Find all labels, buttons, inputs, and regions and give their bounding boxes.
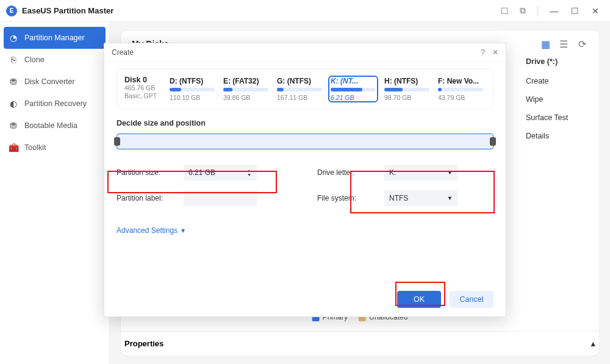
size-slider[interactable]	[117, 134, 493, 149]
partition-name: K: (NT...	[331, 77, 376, 85]
partition-usage-bar	[331, 88, 376, 91]
cancel-button[interactable]: Cancel	[450, 291, 493, 308]
disk-name: Disk 0	[124, 76, 163, 84]
partition-size: 6.21 GB	[331, 94, 376, 101]
dialog-help-button[interactable]: ?	[481, 48, 485, 57]
partition-tile[interactable]: F: New Vo...43.79 GB	[436, 76, 486, 102]
partition-usage-bar	[438, 88, 483, 91]
advanced-settings-link[interactable]: Advanced Settings ▾	[117, 226, 293, 235]
partition-name: D: (NTFS)	[170, 77, 215, 85]
decide-heading: Decide size and position	[117, 119, 493, 127]
slider-handle-right[interactable]	[490, 137, 496, 146]
partition-tile[interactable]: K: (NT...6.21 GB	[328, 76, 378, 102]
partition-tile[interactable]: G: (NTFS)167.11 GB	[274, 76, 325, 102]
partition-name: F: New Vo...	[438, 77, 483, 85]
partition-name: H: (NTFS)	[384, 77, 429, 85]
annotation-box	[350, 171, 495, 213]
chevron-down-icon: ▾	[181, 226, 185, 235]
partition-name: G: (NTFS)	[277, 77, 322, 85]
slider-handle-left[interactable]	[114, 137, 120, 146]
partition-size: 43.79 GB	[438, 94, 483, 101]
partition-usage-bar	[384, 88, 429, 91]
partition-tile[interactable]: E: (FAT32)39.86 GB	[221, 76, 271, 102]
partition-tile[interactable]: H: (NTFS)98.70 GB	[382, 76, 432, 102]
disk-info: Disk 0 465.76 GB Basic, GPT	[124, 76, 163, 102]
partition-size: 110.10 GB	[170, 94, 215, 101]
partition-usage-bar	[170, 88, 215, 91]
disk-partitions-row: Disk 0 465.76 GB Basic, GPT D: (NTFS)110…	[117, 69, 493, 109]
partition-label-label: Partition label:	[117, 194, 184, 202]
dialog-close-button[interactable]: ✕	[492, 48, 498, 57]
annotation-box	[107, 171, 277, 193]
partition-size: 98.70 GB	[384, 94, 429, 101]
disk-type: Basic, GPT	[124, 92, 163, 100]
partition-size: 167.11 GB	[277, 94, 322, 101]
partition-usage-bar	[223, 88, 268, 91]
partition-usage-bar	[277, 88, 322, 91]
advanced-settings-label: Advanced Settings	[117, 226, 178, 235]
dialog-title: Create	[112, 48, 134, 57]
partition-name: E: (FAT32)	[223, 77, 268, 85]
partition-tile[interactable]: D: (NTFS)110.10 GB	[167, 76, 217, 102]
disk-size: 465.76 GB	[124, 84, 163, 92]
annotation-box	[395, 282, 445, 306]
partition-size: 39.86 GB	[223, 94, 268, 101]
